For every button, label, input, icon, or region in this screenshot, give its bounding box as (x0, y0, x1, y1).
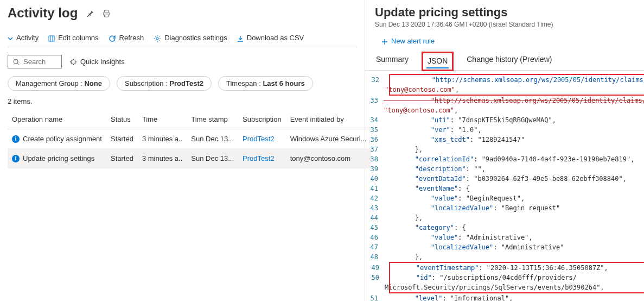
chevron-down-icon (8, 34, 13, 42)
detail-title: Update pricing settings (365, 0, 644, 20)
new-alert-label: New alert rule (391, 37, 435, 45)
table-header-row: Operation name Status Time Time stamp Su… (8, 110, 371, 129)
table-row[interactable]: iUpdate pricing settingsStarted3 minutes… (8, 149, 371, 168)
json-line: 45 "category": { (365, 223, 644, 233)
col-timestamp[interactable]: Time stamp (187, 110, 238, 129)
cell-time: 3 minutes a.. (138, 149, 187, 168)
col-status[interactable]: Status (106, 110, 138, 129)
json-line: 40 "eventDataId": "b0390264-62f3-49e5-be… (365, 174, 644, 184)
activity-dropdown[interactable]: Activity (8, 34, 39, 42)
tab-json[interactable]: JSON (426, 54, 449, 68)
op-name: Create policy assignment (23, 135, 102, 143)
cell-time: 3 minutes a.. (138, 129, 187, 149)
cell-subscription: ProdTest2 (238, 149, 286, 168)
columns-icon (48, 34, 55, 42)
detail-subtitle: Sun Dec 13 2020 17:36:46 GMT+0200 (Israe… (365, 20, 644, 34)
json-viewer[interactable]: 32 "http://schemas.xmlsoap.org/ws/2005/0… (365, 71, 644, 301)
info-icon: i (12, 135, 20, 143)
cell-initiated: Windows Azure Securi... (286, 129, 371, 149)
svg-point-1 (14, 59, 18, 64)
download-csv-button[interactable]: Download as CSV (237, 34, 304, 42)
cell-timestamp: Sun Dec 13... (187, 129, 238, 149)
filter-subscription[interactable]: Subscription : ProdTest2 (117, 76, 212, 91)
toolbar: Activity Edit columns Refresh Diagnostic… (8, 29, 357, 47)
plus-icon (381, 37, 388, 45)
download-icon (237, 34, 244, 42)
filter-timespan[interactable]: Timespan : Last 6 hours (218, 76, 313, 91)
col-operation[interactable]: Operation name (8, 110, 106, 129)
json-line: 33 "http://schemas.xmlsoap.org/ws/2005/0… (365, 96, 644, 105)
refresh-label: Refresh (119, 34, 144, 42)
json-line: 36 "xms_tcdt": "1289241547" (365, 135, 644, 145)
edit-columns-label: Edit columns (58, 34, 98, 42)
op-name: Update pricing settings (23, 154, 94, 162)
json-line: 32 "http://schemas.xmlsoap.org/ws/2005/0… (366, 75, 644, 85)
json-line: 44 }, (365, 213, 644, 223)
cell-status: Started (106, 149, 138, 168)
json-line: 42 "value": "BeginRequest", (365, 193, 644, 203)
highlight-box: 49 "eventTimestamp": "2020-12-13T15:36:4… (389, 262, 644, 293)
info-icon: i (12, 155, 20, 162)
detail-panel: Update pricing settings Sun Dec 13 2020 … (365, 0, 644, 301)
download-label: Download as CSV (247, 34, 304, 42)
activity-label: Activity (16, 34, 39, 42)
search-icon (12, 58, 20, 66)
highlight-json-tab: JSON (422, 52, 454, 71)
pin-icon[interactable] (86, 9, 94, 17)
search-input[interactable] (23, 58, 56, 66)
new-alert-rule-button[interactable]: New alert rule (365, 34, 644, 51)
json-line: 39 "description": "", (365, 164, 644, 174)
json-line: "tony@contoso.com", (365, 105, 644, 115)
activity-log-panel: Activity log Activity Edit columns Refre… (0, 0, 365, 301)
tab-summary[interactable]: Summary (375, 51, 410, 70)
edit-columns-button[interactable]: Edit columns (48, 34, 98, 42)
gear-icon (154, 34, 161, 42)
cell-subscription: ProdTest2 (238, 129, 286, 149)
json-line: 34 "uti": "7dnspKTE5ki5qRBGQweMAQ", (365, 115, 644, 125)
search-input-wrap[interactable] (8, 55, 62, 69)
diagnostics-label: Diagnostics settings (164, 34, 227, 42)
json-line: 38 "correlationId": "9ad0940a-7140-4a4f-… (365, 154, 644, 164)
quick-insights-button[interactable]: Quick Insights (69, 58, 125, 66)
detail-tabs: Summary JSON Change history (Preview) (365, 51, 644, 71)
page-title-text: Activity log (8, 5, 78, 21)
json-line: 50 "id": "/subscriptions/04cd6fff/provid… (366, 273, 644, 283)
col-subscription[interactable]: Subscription (238, 110, 286, 129)
highlight-box: 32 "http://schemas.xmlsoap.org/ws/2005/0… (389, 74, 644, 96)
col-time[interactable]: Time (138, 110, 187, 129)
activity-table: Operation name Status Time Time stamp Su… (8, 110, 371, 168)
json-line: "tony@contoso.com", (366, 85, 644, 95)
json-line: 46 "value": "Administrative", (365, 233, 644, 242)
json-line: 37 }, (365, 145, 644, 154)
svg-point-0 (156, 37, 158, 40)
insights-icon (69, 58, 77, 66)
json-line: 47 "localizedValue": "Administrative" (365, 242, 644, 252)
quick-insights-label: Quick Insights (80, 58, 125, 66)
print-icon[interactable] (103, 9, 110, 17)
json-line: 35 "ver": "1.0", (365, 125, 644, 135)
json-line: 41 "eventName": { (365, 184, 644, 193)
filter-row: Management Group : None Subscription : P… (8, 76, 357, 91)
cell-initiated: tony@contoso.com (286, 149, 371, 168)
cell-status: Started (106, 129, 138, 149)
cell-timestamp: Sun Dec 13... (187, 149, 238, 168)
json-line: 48 }, (365, 252, 644, 262)
tab-change-history[interactable]: Change history (Preview) (466, 51, 553, 70)
diagnostics-button[interactable]: Diagnostics settings (154, 34, 227, 42)
json-line: 43 "localizedValue": "Begin request" (365, 203, 644, 213)
page-title: Activity log (8, 5, 357, 21)
col-initiated[interactable]: Event initiated by (286, 110, 371, 129)
filter-management-group[interactable]: Management Group : None (8, 76, 110, 91)
table-row[interactable]: iCreate policy assignmentStarted3 minute… (8, 129, 371, 149)
items-count: 2 items. (8, 97, 357, 105)
json-line: 51 "level": "Informational", (365, 293, 644, 301)
json-line: Microsoft.Security/pricings/SqlServers/e… (366, 283, 644, 292)
refresh-icon (109, 34, 116, 42)
json-line: 49 "eventTimestamp": "2020-12-13T15:36:4… (366, 263, 644, 273)
refresh-button[interactable]: Refresh (109, 34, 144, 42)
